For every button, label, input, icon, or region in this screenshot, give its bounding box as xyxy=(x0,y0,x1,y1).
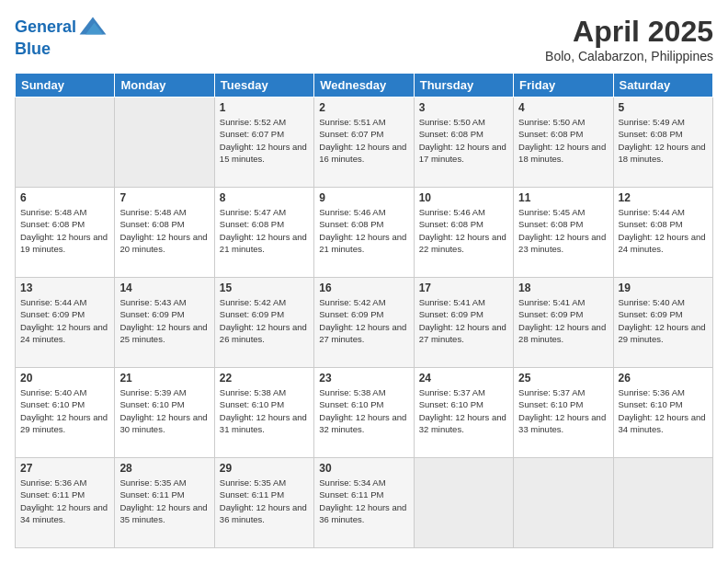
day-number: 16 xyxy=(319,282,408,294)
calendar-week-1: 1Sunrise: 5:52 AMSunset: 6:07 PMDaylight… xyxy=(16,98,713,188)
day-number: 8 xyxy=(220,191,309,204)
day-info: Sunrise: 5:49 AMSunset: 6:08 PMDaylight:… xyxy=(619,116,708,165)
title-block: April 2025 Bolo, Calabarzon, Philippines xyxy=(545,15,713,63)
calendar-header: Sunday Monday Tuesday Wednesday Thursday… xyxy=(16,74,713,98)
daylight-text: Daylight: 12 hours and 32 minutes. xyxy=(419,411,508,436)
daylight-text: Daylight: 12 hours and 26 minutes. xyxy=(220,321,309,346)
header: General Blue April 2025 Bolo, Calabarzon… xyxy=(15,15,713,63)
logo-blue: Blue xyxy=(15,40,108,59)
day-info: Sunrise: 5:42 AMSunset: 6:09 PMDaylight:… xyxy=(319,296,408,345)
col-friday: Friday xyxy=(514,74,613,98)
day-number: 7 xyxy=(119,191,209,204)
day-number: 10 xyxy=(419,191,508,204)
day-info: Sunrise: 5:36 AMSunset: 6:10 PMDaylight:… xyxy=(619,386,708,435)
sunrise-text: Sunrise: 5:44 AM xyxy=(619,206,708,218)
logo-text: General xyxy=(15,18,76,37)
sunset-text: Sunset: 6:08 PM xyxy=(119,218,209,230)
daylight-text: Daylight: 12 hours and 30 minutes. xyxy=(119,411,209,436)
daylight-text: Daylight: 12 hours and 16 minutes. xyxy=(319,141,408,166)
page: General Blue April 2025 Bolo, Calabarzon… xyxy=(0,0,728,563)
logo-general: General xyxy=(15,17,76,36)
sunrise-text: Sunrise: 5:48 AM xyxy=(20,206,109,218)
col-monday: Monday xyxy=(115,74,214,98)
calendar-cell: 23Sunrise: 5:38 AMSunset: 6:10 PMDayligh… xyxy=(314,368,414,458)
daylight-text: Daylight: 12 hours and 20 minutes. xyxy=(119,231,209,256)
col-wednesday: Wednesday xyxy=(314,74,414,98)
calendar-week-5: 27Sunrise: 5:36 AMSunset: 6:11 PMDayligh… xyxy=(16,458,713,548)
calendar-table: Sunday Monday Tuesday Wednesday Thursday… xyxy=(15,73,713,548)
sunset-text: Sunset: 6:11 PM xyxy=(20,488,109,500)
calendar-cell: 3Sunrise: 5:50 AMSunset: 6:08 PMDaylight… xyxy=(414,98,513,188)
sunrise-text: Sunrise: 5:51 AM xyxy=(319,116,408,128)
sunrise-text: Sunrise: 5:44 AM xyxy=(20,296,109,308)
calendar-week-4: 20Sunrise: 5:40 AMSunset: 6:10 PMDayligh… xyxy=(16,368,713,458)
daylight-text: Daylight: 12 hours and 18 minutes. xyxy=(518,141,608,166)
sunset-text: Sunset: 6:08 PM xyxy=(518,218,608,230)
daylight-text: Daylight: 12 hours and 23 minutes. xyxy=(518,231,608,256)
day-number: 18 xyxy=(518,282,608,294)
day-info: Sunrise: 5:46 AMSunset: 6:08 PMDaylight:… xyxy=(319,206,408,255)
daylight-text: Daylight: 12 hours and 28 minutes. xyxy=(518,321,608,346)
daylight-text: Daylight: 12 hours and 15 minutes. xyxy=(220,141,309,166)
calendar-cell: 12Sunrise: 5:44 AMSunset: 6:08 PMDayligh… xyxy=(613,188,712,278)
sunset-text: Sunset: 6:09 PM xyxy=(20,308,109,320)
sunrise-text: Sunrise: 5:41 AM xyxy=(518,296,608,308)
daylight-text: Daylight: 12 hours and 18 minutes. xyxy=(619,141,708,166)
daylight-text: Daylight: 12 hours and 29 minutes. xyxy=(619,321,708,346)
day-info: Sunrise: 5:50 AMSunset: 6:08 PMDaylight:… xyxy=(419,116,508,165)
day-info: Sunrise: 5:35 AMSunset: 6:11 PMDaylight:… xyxy=(220,477,309,525)
calendar-cell: 21Sunrise: 5:39 AMSunset: 6:10 PMDayligh… xyxy=(115,368,214,458)
day-number: 19 xyxy=(619,282,708,294)
day-info: Sunrise: 5:39 AMSunset: 6:10 PMDaylight:… xyxy=(119,386,209,435)
calendar-cell: 1Sunrise: 5:52 AMSunset: 6:07 PMDaylight… xyxy=(214,98,313,188)
day-info: Sunrise: 5:51 AMSunset: 6:07 PMDaylight:… xyxy=(319,116,408,165)
daylight-text: Daylight: 12 hours and 36 minutes. xyxy=(220,501,309,526)
day-number: 22 xyxy=(220,372,309,385)
sunset-text: Sunset: 6:09 PM xyxy=(619,308,708,320)
day-info: Sunrise: 5:52 AMSunset: 6:07 PMDaylight:… xyxy=(220,116,309,165)
sunset-text: Sunset: 6:08 PM xyxy=(419,128,508,140)
day-info: Sunrise: 5:35 AMSunset: 6:11 PMDaylight:… xyxy=(119,477,209,525)
day-info: Sunrise: 5:50 AMSunset: 6:08 PMDaylight:… xyxy=(518,116,608,165)
daylight-text: Daylight: 12 hours and 21 minutes. xyxy=(319,231,408,256)
day-number: 1 xyxy=(220,101,309,114)
calendar-cell xyxy=(414,458,513,548)
sunset-text: Sunset: 6:08 PM xyxy=(220,218,309,230)
daylight-text: Daylight: 12 hours and 34 minutes. xyxy=(619,411,708,436)
day-number: 14 xyxy=(119,282,209,294)
sunrise-text: Sunrise: 5:46 AM xyxy=(319,206,408,218)
sunrise-text: Sunrise: 5:41 AM xyxy=(419,296,508,308)
daylight-text: Daylight: 12 hours and 33 minutes. xyxy=(518,411,608,436)
calendar-cell: 8Sunrise: 5:47 AMSunset: 6:08 PMDaylight… xyxy=(214,188,313,278)
day-info: Sunrise: 5:48 AMSunset: 6:08 PMDaylight:… xyxy=(119,206,209,255)
calendar-cell: 2Sunrise: 5:51 AMSunset: 6:07 PMDaylight… xyxy=(314,98,414,188)
calendar-cell xyxy=(514,458,613,548)
sunrise-text: Sunrise: 5:35 AM xyxy=(119,477,209,488)
calendar-cell: 22Sunrise: 5:38 AMSunset: 6:10 PMDayligh… xyxy=(214,368,313,458)
calendar-cell: 9Sunrise: 5:46 AMSunset: 6:08 PMDaylight… xyxy=(314,188,414,278)
calendar-cell: 28Sunrise: 5:35 AMSunset: 6:11 PMDayligh… xyxy=(115,458,214,548)
sunrise-text: Sunrise: 5:43 AM xyxy=(119,296,209,308)
day-number: 11 xyxy=(518,191,608,204)
daylight-text: Daylight: 12 hours and 29 minutes. xyxy=(20,411,109,436)
sunset-text: Sunset: 6:11 PM xyxy=(319,488,408,500)
sunrise-text: Sunrise: 5:38 AM xyxy=(319,386,408,398)
day-number: 26 xyxy=(619,372,708,385)
sunset-text: Sunset: 6:08 PM xyxy=(419,218,508,230)
daylight-text: Daylight: 12 hours and 35 minutes. xyxy=(119,501,209,526)
day-info: Sunrise: 5:42 AMSunset: 6:09 PMDaylight:… xyxy=(220,296,309,345)
calendar-week-3: 13Sunrise: 5:44 AMSunset: 6:09 PMDayligh… xyxy=(16,278,713,368)
day-info: Sunrise: 5:40 AMSunset: 6:09 PMDaylight:… xyxy=(619,296,708,345)
sunset-text: Sunset: 6:09 PM xyxy=(419,308,508,320)
day-number: 28 xyxy=(119,462,209,475)
calendar-cell: 7Sunrise: 5:48 AMSunset: 6:08 PMDaylight… xyxy=(115,188,214,278)
calendar-cell: 25Sunrise: 5:37 AMSunset: 6:10 PMDayligh… xyxy=(514,368,613,458)
day-info: Sunrise: 5:45 AMSunset: 6:08 PMDaylight:… xyxy=(518,206,608,255)
day-number: 17 xyxy=(419,282,508,294)
sunrise-text: Sunrise: 5:42 AM xyxy=(319,296,408,308)
calendar-cell: 15Sunrise: 5:42 AMSunset: 6:09 PMDayligh… xyxy=(214,278,313,368)
day-info: Sunrise: 5:36 AMSunset: 6:11 PMDaylight:… xyxy=(20,477,109,525)
day-number: 2 xyxy=(319,101,408,114)
day-number: 29 xyxy=(220,462,309,475)
calendar-cell: 29Sunrise: 5:35 AMSunset: 6:11 PMDayligh… xyxy=(214,458,313,548)
